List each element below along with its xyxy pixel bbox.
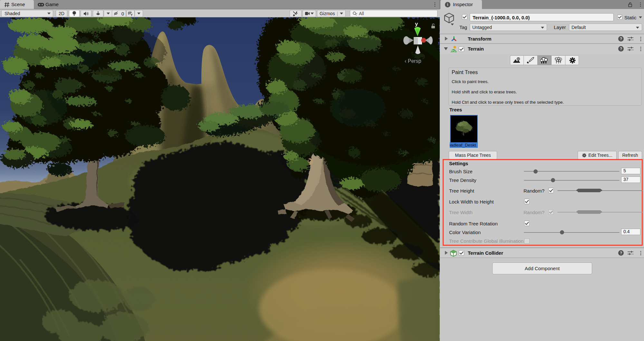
svg-text:y: y (415, 21, 418, 27)
svg-text:‹ Persp: ‹ Persp (405, 58, 421, 64)
